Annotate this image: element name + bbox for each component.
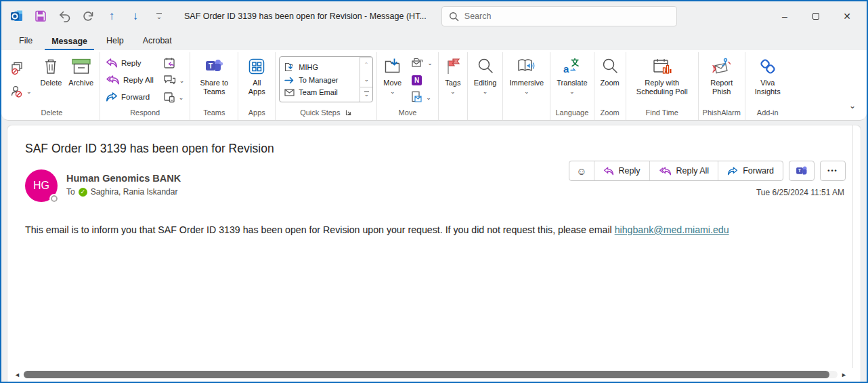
respond-button-group: ☺ Reply Reply All Forward: [569, 161, 783, 181]
forward-button[interactable]: Forward: [104, 89, 152, 105]
quick-steps-scroll-down[interactable]: ⌄: [360, 72, 372, 87]
emoji-icon: ☺: [576, 165, 586, 177]
tab-message[interactable]: Message: [45, 34, 94, 51]
share-to-teams-button[interactable]: T Share to Teams: [194, 54, 234, 106]
translate-icon: a: [563, 56, 582, 77]
ribbon-group-apps: All Apps Apps: [238, 52, 276, 120]
search-icon: [449, 12, 459, 22]
tab-help[interactable]: Help: [100, 33, 131, 50]
vertical-scrollbar-gutter: [852, 125, 853, 368]
message-actions: ☺ Reply Reply All Forward T: [569, 161, 846, 181]
window-title: SAF Order ID 3139 has been open for Revi…: [184, 12, 427, 21]
search-input[interactable]: [464, 12, 670, 21]
move-button[interactable]: Move ⌄: [381, 54, 404, 106]
reply-all-icon: [659, 167, 672, 176]
meeting-reply-button[interactable]: [161, 55, 177, 70]
minimize-button[interactable]: –: [769, 5, 800, 27]
viva-insights-button[interactable]: Viva Insights: [749, 54, 787, 106]
recipient-name[interactable]: Saghira, Rania Iskandar: [91, 187, 178, 197]
close-button[interactable]: ✕: [831, 5, 863, 27]
share-to-device-button[interactable]: ⌄: [161, 89, 186, 105]
more-actions-button[interactable]: •••: [820, 161, 846, 181]
tab-acrobat[interactable]: Acrobat: [136, 33, 179, 50]
maximize-icon: [812, 13, 819, 20]
ribbon-group-immersive: Immersive ⌄: [503, 52, 550, 120]
group-label-find-time: Find Time: [630, 106, 695, 120]
reading-pane: SAF Order ID 3139 has been open for Revi…: [7, 125, 861, 382]
sender-name[interactable]: Human Genomics BANK: [66, 173, 181, 184]
sender-avatar[interactable]: HG: [25, 169, 58, 202]
editing-button[interactable]: Editing ⌄: [471, 54, 500, 106]
verified-check-icon: ✓: [79, 188, 87, 197]
archive-button[interactable]: Archive: [66, 54, 96, 106]
horizontal-scrollbar[interactable]: ◄ ►: [14, 370, 847, 379]
immersive-button[interactable]: Immersive ⌄: [506, 54, 546, 106]
ribbon-group-move: Move ⌄ ⌄ N ⌄ Move: [377, 52, 438, 120]
move-up-icon[interactable]: ↑: [104, 9, 119, 24]
save-icon[interactable]: [33, 9, 48, 24]
scroll-right-icon[interactable]: ►: [841, 371, 847, 378]
share-teams-header-button[interactable]: T: [789, 161, 815, 181]
ribbon: ⌄ Delete Archive Delete: [1, 50, 867, 121]
scheduling-poll-button[interactable]: Reply with Scheduling Poll: [630, 54, 695, 106]
reply-all-button[interactable]: Reply All: [104, 73, 156, 88]
scrollbar-track[interactable]: [24, 371, 838, 378]
reply-button[interactable]: Reply: [104, 55, 143, 70]
qat-overflow-icon[interactable]: ⌄: [152, 9, 167, 24]
onenote-icon: N: [411, 75, 422, 86]
quick-step-mihg[interactable]: MIHG: [284, 62, 354, 72]
onenote-button[interactable]: N: [409, 73, 425, 88]
quick-steps-scroll-up[interactable]: ⌄: [360, 57, 372, 72]
tab-file[interactable]: File: [12, 33, 39, 50]
undo-icon[interactable]: [57, 9, 72, 24]
delete-icon: [43, 56, 59, 77]
group-label-phishalarm: PhishAlarm: [702, 106, 741, 120]
block-sender-button[interactable]: ⌄: [7, 83, 34, 99]
group-label-quick-steps: Quick Steps: [279, 106, 373, 120]
actions-icon: [411, 91, 422, 103]
scrollbar-thumb[interactable]: [24, 371, 829, 378]
group-label-delete: Delete: [7, 106, 96, 120]
scroll-left-icon[interactable]: ◄: [14, 371, 20, 378]
report-phish-button[interactable]: Report Phish: [702, 54, 741, 106]
quick-step-to-manager[interactable]: To Manager: [284, 76, 354, 84]
quick-step-team-email[interactable]: Team Email: [284, 88, 354, 96]
translate-button[interactable]: a Translate ⌄: [554, 54, 590, 106]
message-body: This email is to inform you that SAF Ord…: [25, 224, 843, 237]
move-down-icon[interactable]: ↓: [128, 9, 143, 24]
tags-button[interactable]: Tags ⌄: [442, 54, 464, 106]
arrow-right-icon: [284, 77, 295, 84]
quick-steps-scroll: ⌄ ⌄ ⌄: [360, 57, 372, 102]
ignore-icon: [9, 62, 24, 75]
email-link[interactable]: hihgbank@med.miami.edu: [615, 224, 729, 235]
delete-button[interactable]: Delete: [38, 54, 65, 106]
ribbon-group-respond: Reply Reply All Forward: [100, 52, 190, 120]
more-move-actions-button[interactable]: ⌄: [409, 89, 433, 105]
reactions-button[interactable]: ☺: [569, 161, 593, 180]
header-reply-button[interactable]: Reply: [594, 161, 649, 180]
dialog-launcher-icon[interactable]: [345, 109, 352, 116]
quick-steps-gallery: MIHG To Manager Team Email ⌄ ⌄: [279, 56, 373, 102]
editing-magnifier-icon: [477, 56, 494, 77]
all-apps-button[interactable]: All Apps: [242, 54, 272, 106]
ignore-button[interactable]: [7, 61, 26, 77]
zoom-button[interactable]: Zoom: [598, 54, 622, 106]
forward-icon: [106, 92, 118, 102]
svg-text:a: a: [563, 63, 569, 75]
group-label-teams: Teams: [194, 106, 234, 120]
collapse-ribbon-icon[interactable]: ⌄: [849, 101, 856, 110]
report-phish-icon: [712, 56, 732, 77]
search-box[interactable]: [441, 6, 677, 26]
quick-steps-more[interactable]: ⌄: [360, 87, 372, 102]
redo-icon[interactable]: [81, 9, 95, 24]
rules-button[interactable]: ⌄: [409, 55, 435, 70]
header-reply-all-button[interactable]: Reply All: [649, 161, 718, 180]
maximize-button[interactable]: [800, 5, 831, 27]
outlook-app-icon: [9, 9, 24, 24]
ribbon-group-zoom: Zoom Zoom: [594, 52, 626, 120]
im-button[interactable]: ⌄: [161, 73, 187, 88]
header-forward-button[interactable]: Forward: [718, 161, 783, 180]
ribbon-group-find-time: Reply with Scheduling Poll Find Time: [626, 52, 699, 120]
chat-icon: [163, 75, 176, 85]
folder-move-icon: [284, 62, 295, 72]
